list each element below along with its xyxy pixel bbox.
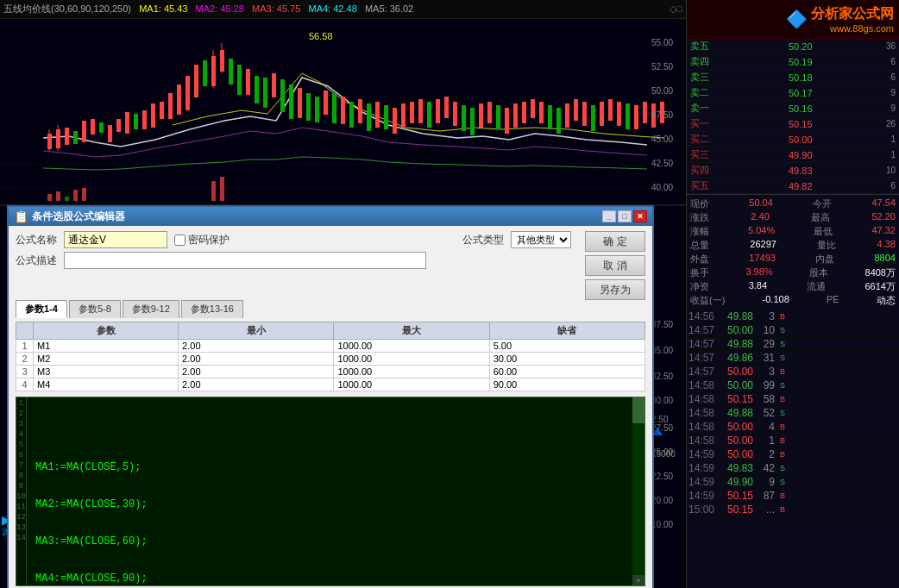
save-as-button[interactable]: 另存为 [585,279,645,300]
ticker-row-8: 14:58 50.00 4 B [687,420,899,434]
svg-rect-33 [229,59,233,84]
ma3-val: 45.75 [277,3,301,14]
col-header-default: 缺省 [489,322,644,340]
info-row-price: 现价 50.04 今开 47.54 [690,197,896,210]
param-name-input-1[interactable] [37,341,89,351]
param-num-3: 3 [16,366,34,378]
svg-rect-111 [65,197,69,201]
svg-rect-23 [160,102,164,119]
dialog-action-buttons: 确 定 取 消 另存为 [585,231,645,300]
svg-rect-56 [427,102,431,128]
sell-row-2: 卖二 50.17 9 [687,85,899,101]
tab-params-1-4[interactable]: 参数1-4 [16,300,67,318]
param-default-input-1[interactable] [494,341,550,351]
buy-vol-1: 26 [870,119,896,128]
param-default-4 [489,378,644,391]
param-max-input-1[interactable] [337,341,393,351]
tab-params-13-16[interactable]: 参数13-16 [181,300,243,318]
info-row-change: 涨跌 2.40 最高 52.20 [690,211,896,224]
param-default-input-2[interactable] [494,353,550,364]
sell-price-2: 50.17 [774,88,813,98]
sell-vol-2: 9 [870,88,896,97]
param-name-input-2[interactable] [37,353,89,364]
svg-rect-45 [332,93,336,123]
scrollbar-thumb[interactable] [632,397,644,423]
svg-rect-69 [539,102,544,123]
col-header-param: 参数 [34,322,179,340]
buy-label-5: 买五 [690,179,716,192]
svg-rect-37 [263,78,267,108]
svg-rect-55 [418,99,423,123]
ma1-label: MA1: [139,3,161,14]
password-checkbox[interactable] [174,235,185,246]
svg-rect-25 [177,84,181,115]
dialog-titlebar[interactable]: 📋 条件选股公式编辑器 _ □ ✕ [9,207,652,226]
code-line-3: MA3:=MA(CLOSE,60); [35,535,639,548]
svg-text:10.00: 10.00 [651,520,673,529]
col-header-max: 最大 [334,322,489,340]
sell-label-2: 卖二 [690,86,716,99]
param-min-input-1[interactable] [182,341,238,351]
param-row-4: 4 [16,378,645,391]
code-line-2: MA2:=MA(CLOSE,30); [35,498,639,511]
ticker-row-4: 14:57 50.00 3 B [687,365,899,378]
tab-params-9-12[interactable]: 参数9-12 [123,300,179,318]
code-scrollbar[interactable]: ▼ [632,397,644,585]
ticker-row-2: 14:57 49.88 29 S [687,337,899,351]
param-max-2 [334,353,489,366]
logo-sub: www.88gs.com [811,23,894,34]
pe-val: 动态 [877,294,896,307]
svg-rect-74 [582,102,587,126]
ticker-row-9: 14:58 50.00 1 B [687,434,899,447]
ticker-row-10: 14:59 50.00 2 B [687,447,899,461]
param-name-input-4[interactable] [37,379,89,390]
ticker-row-3: 14:57 49.86 31 S [687,351,899,365]
day-high: 52.20 [871,211,896,224]
svg-rect-35 [246,69,250,95]
float-shares: 6614万 [864,280,895,293]
param-name-input-3[interactable] [37,366,89,377]
svg-rect-12 [65,128,69,145]
formula-name-input[interactable] [64,231,167,248]
ticker-row-5: 14:58 50.00 99 S [687,378,899,392]
buy-row-2: 买二 50.00 1 [687,132,899,147]
cancel-button[interactable]: 取 消 [585,255,645,276]
code-editor[interactable]: 1 2 3 4 5 6 7 8 9 10 11 12 13 14 MA1:=MA… [16,397,645,586]
param-min-input-3[interactable] [182,366,238,377]
param-default-1 [489,340,644,353]
close-button[interactable]: ✕ [633,210,647,222]
formula-desc-input[interactable] [64,252,426,269]
param-min-input-4[interactable] [182,379,238,390]
equity: 8408万 [865,266,896,279]
svg-rect-19 [125,112,129,134]
param-min-input-2[interactable] [182,353,238,364]
profit-loss: -0.108 [763,294,789,307]
svg-text:47.50: 47.50 [651,110,673,120]
maximize-button[interactable]: □ [618,210,632,222]
buy-vol-3: 1 [870,150,896,160]
confirm-button[interactable]: 确 定 [585,231,645,252]
svg-rect-61 [470,108,475,135]
type-label: 公式类型 [462,233,504,247]
svg-rect-42 [306,93,311,121]
param-max-input-4[interactable] [337,379,393,390]
scrollbar-down[interactable]: ▼ [632,575,644,585]
param-default-input-3[interactable] [494,366,550,377]
param-num-2: 2 [16,353,34,366]
tab-params-5-8[interactable]: 参数5-8 [69,300,121,318]
param-max-input-2[interactable] [337,353,393,364]
svg-rect-49 [367,103,371,131]
param-max-3 [334,366,489,378]
param-default-input-4[interactable] [494,379,550,390]
change-pct: 5.04% [748,225,775,238]
minimize-button[interactable]: _ [602,210,616,222]
ticker-row-6: 14:58 50.15 58 B [687,392,899,406]
formula-type-select[interactable]: 其他类型 技术指标 条件选股 [511,231,571,248]
svg-text:40.00: 40.00 [651,183,673,192]
param-max-input-3[interactable] [337,366,393,377]
ma5-label: MA5: [365,3,387,14]
buy-vol-5: 6 [870,181,896,191]
svg-rect-18 [116,119,121,132]
svg-rect-41 [298,88,302,118]
ticker-row-11: 14:59 49.83 42 S [687,461,899,475]
